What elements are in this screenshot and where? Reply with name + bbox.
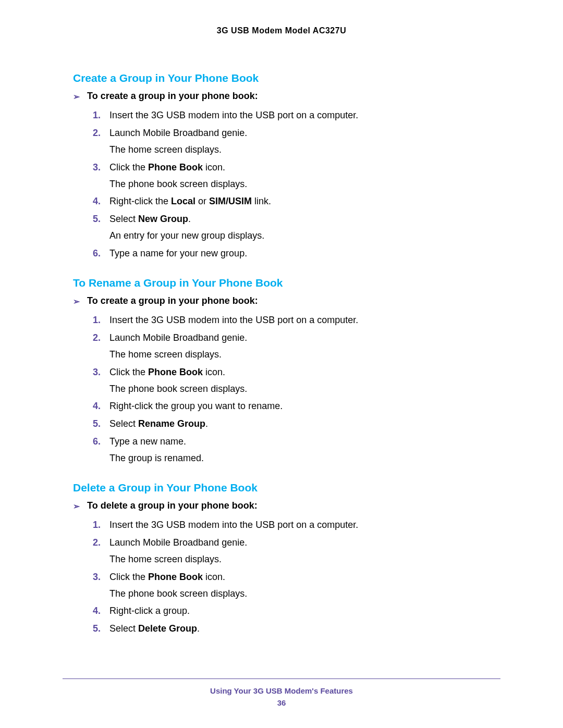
list-item: 2. Launch Mobile Broadband genie. The ho… — [93, 331, 500, 362]
step-text: Launch Mobile Broadband genie. The home … — [109, 331, 500, 362]
text: . — [205, 418, 208, 429]
step-number: 5. — [93, 212, 107, 227]
step-number: 1. — [93, 518, 107, 533]
bold-text: New Group — [138, 214, 188, 224]
task-line-delete: ➢ To delete a group in your phone book: — [73, 500, 500, 513]
footer-divider — [63, 678, 500, 679]
step-text: Select New Group. An entry for your new … — [109, 212, 500, 243]
text: icon. — [203, 162, 225, 172]
text: Select — [109, 214, 138, 224]
text: The phone book screen displays. — [109, 177, 500, 192]
section-heading-rename: To Rename a Group in Your Phone Book — [63, 277, 500, 289]
text: The group is renamed. — [109, 451, 500, 466]
step-text: Insert the 3G USB modem into the USB por… — [109, 108, 500, 123]
list-item: 5. Select Rename Group. — [93, 417, 500, 431]
step-number: 2. — [93, 536, 107, 550]
section-heading-create: Create a Group in Your Phone Book — [63, 72, 500, 84]
text: link. — [252, 196, 271, 206]
list-item: 5. Select Delete Group. — [93, 622, 500, 636]
list-item: 4. Right-click a group. — [93, 604, 500, 619]
step-number: 5. — [93, 622, 107, 636]
chevron-right-icon: ➢ — [73, 295, 80, 308]
text: The phone book screen displays. — [109, 587, 500, 601]
step-number: 1. — [93, 313, 107, 328]
document-page: 3G USB Modem Model AC327U Create a Group… — [0, 0, 563, 728]
step-text: Select Delete Group. — [109, 622, 500, 636]
text: Launch Mobile Broadband genie. — [109, 537, 247, 548]
text: The phone book screen displays. — [109, 382, 500, 397]
text: . — [197, 623, 200, 634]
bold-text: SIM/USIM — [209, 196, 252, 206]
bold-text: Phone Book — [148, 162, 203, 172]
text: The home screen displays. — [109, 143, 500, 157]
text: An entry for your new group displays. — [109, 229, 500, 243]
task-line-rename: ➢ To create a group in your phone book: — [73, 295, 500, 308]
list-item: 1. Insert the 3G USB modem into the USB … — [93, 518, 500, 533]
steps-rename: 1. Insert the 3G USB modem into the USB … — [93, 313, 500, 466]
step-text: Type a name for your new group. — [109, 246, 500, 261]
list-item: 5. Select New Group. An entry for your n… — [93, 212, 500, 243]
chevron-right-icon: ➢ — [73, 500, 80, 513]
list-item: 4. Right-click the Local or SIM/USIM lin… — [93, 194, 500, 209]
text: Type a new name. — [109, 436, 186, 447]
step-number: 3. — [93, 161, 107, 175]
chevron-right-icon: ➢ — [73, 91, 80, 103]
text: Select — [109, 623, 138, 634]
step-number: 2. — [93, 331, 107, 346]
step-number: 1. — [93, 108, 107, 123]
step-text: Launch Mobile Broadband genie. The home … — [109, 536, 500, 567]
page-footer: Using Your 3G USB Modem's Features 36 — [63, 678, 500, 707]
text: The home screen displays. — [109, 552, 500, 567]
step-text: Select Rename Group. — [109, 417, 500, 431]
text: Right-click the — [109, 196, 171, 206]
step-text: Type a new name. The group is renamed. — [109, 435, 500, 466]
list-item: 4. Right-click the group you want to ren… — [93, 399, 500, 414]
text: Launch Mobile Broadband genie. — [109, 332, 247, 343]
text: Select — [109, 418, 138, 429]
task-line-create: ➢ To create a group in your phone book: — [73, 91, 500, 103]
step-text: Click the Phone Book icon. The phone boo… — [109, 570, 500, 601]
step-number: 2. — [93, 126, 107, 141]
step-text: Click the Phone Book icon. The phone boo… — [109, 365, 500, 397]
text: icon. — [203, 367, 225, 377]
bold-text: Rename Group — [138, 418, 205, 429]
step-number: 4. — [93, 604, 107, 619]
list-item: 3. Click the Phone Book icon. The phone … — [93, 570, 500, 601]
task-text: To delete a group in your phone book: — [87, 500, 258, 511]
step-text: Right-click a group. — [109, 604, 500, 619]
step-text: Click the Phone Book icon. The phone boo… — [109, 161, 500, 192]
bold-text: Local — [171, 196, 195, 206]
footer-page-number: 36 — [63, 698, 500, 707]
text: or — [195, 196, 209, 206]
text: icon. — [203, 572, 225, 582]
task-text: To create a group in your phone book: — [87, 295, 258, 306]
footer-chapter-title: Using Your 3G USB Modem's Features — [63, 686, 500, 695]
text: The home screen displays. — [109, 348, 500, 362]
list-item: 2. Launch Mobile Broadband genie. The ho… — [93, 126, 500, 157]
text: Click the — [109, 162, 148, 172]
bold-text: Phone Book — [148, 572, 203, 582]
step-number: 6. — [93, 246, 107, 261]
steps-delete: 1. Insert the 3G USB modem into the USB … — [93, 518, 500, 636]
step-number: 4. — [93, 399, 107, 414]
list-item: 6. Type a new name. The group is renamed… — [93, 435, 500, 466]
step-text: Right-click the group you want to rename… — [109, 399, 500, 414]
list-item: 1. Insert the 3G USB modem into the USB … — [93, 108, 500, 123]
step-number: 5. — [93, 417, 107, 431]
step-text: Launch Mobile Broadband genie. The home … — [109, 126, 500, 157]
step-number: 3. — [93, 570, 107, 585]
text: Launch Mobile Broadband genie. — [109, 128, 247, 138]
document-header: 3G USB Modem Model AC327U — [63, 26, 500, 35]
text: Click the — [109, 367, 148, 377]
steps-create: 1. Insert the 3G USB modem into the USB … — [93, 108, 500, 261]
bold-text: Phone Book — [148, 367, 203, 377]
bold-text: Delete Group — [138, 623, 197, 634]
step-number: 4. — [93, 194, 107, 209]
list-item: 6. Type a name for your new group. — [93, 246, 500, 261]
step-number: 3. — [93, 365, 107, 380]
list-item: 2. Launch Mobile Broadband genie. The ho… — [93, 536, 500, 567]
step-text: Insert the 3G USB modem into the USB por… — [109, 518, 500, 533]
text: . — [188, 214, 191, 224]
section-heading-delete: Delete a Group in Your Phone Book — [63, 482, 500, 494]
step-text: Right-click the Local or SIM/USIM link. — [109, 194, 500, 209]
